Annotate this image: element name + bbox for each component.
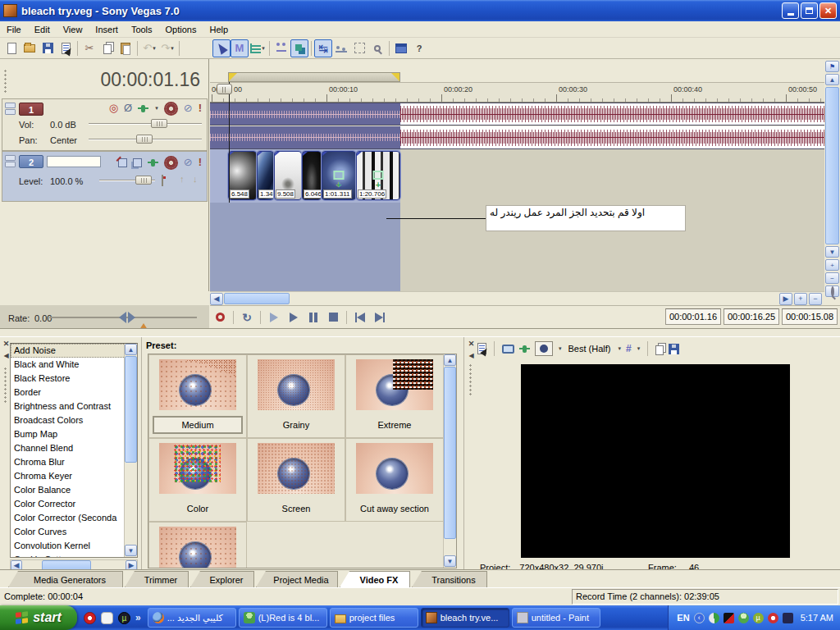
preset-partial[interactable]: [148, 522, 247, 568]
menu-edit[interactable]: Edit: [28, 23, 57, 36]
track-2-name-field[interactable]: [47, 156, 101, 167]
marker-tool-button[interactable]: ⚑: [825, 61, 839, 72]
fx-list-item[interactable]: Color Balance: [11, 483, 137, 497]
zoom-out-time-button[interactable]: −: [809, 293, 822, 305]
fx-splitter[interactable]: [141, 337, 142, 570]
hscroll-thumb[interactable]: [224, 293, 290, 304]
stop-button[interactable]: [323, 308, 343, 326]
fx-scroll-up[interactable]: ▲: [125, 344, 137, 355]
make-parent-icon[interactable]: ↑: [180, 174, 185, 184]
overlays-grid-icon[interactable]: #: [626, 343, 632, 354]
ignore-event-grouping-button[interactable]: [290, 39, 308, 57]
insert-fx-icon[interactable]: [141, 105, 145, 112]
preset-scroll-up[interactable]: ▲: [444, 354, 456, 366]
tray-messenger-icon[interactable]: [768, 613, 778, 623]
tray-kaspersky-icon[interactable]: [724, 613, 734, 623]
track-1-header[interactable]: 1 ◎ Ø ▾ ⊘ ! Vol: 0.0 dB Pan: Center: [2, 98, 208, 151]
rate-value[interactable]: 0.00: [34, 313, 52, 323]
mixer-button[interactable]: [392, 39, 410, 57]
external-monitor-icon[interactable]: [502, 345, 514, 354]
whats-this-help-button[interactable]: ?: [410, 39, 428, 57]
automation-settings-button[interactable]: [332, 39, 350, 57]
track-2-solo-icon[interactable]: !: [199, 156, 202, 169]
envelope-edit-tool-button[interactable]: M: [231, 39, 249, 57]
zoom-out-track-button[interactable]: −: [825, 272, 839, 284]
fx-scroll-thumb[interactable]: [125, 356, 137, 463]
preset-screen[interactable]: Screen: [247, 438, 345, 522]
fx-list-item[interactable]: Broadcast Colors: [11, 413, 137, 427]
taskbar-item-paint[interactable]: untitled - Paint: [512, 608, 600, 628]
track-2-mute-icon[interactable]: ⊘: [184, 156, 193, 169]
selection-end-display[interactable]: 00:00:16.25: [724, 308, 779, 325]
fx-list-item[interactable]: Black Restore: [11, 372, 137, 386]
pan-slider[interactable]: [89, 135, 202, 144]
go-to-end-button[interactable]: [370, 308, 390, 326]
minimize-button[interactable]: [782, 2, 799, 19]
zoom-tool-button[interactable]: [368, 39, 386, 57]
preview-dock-grip[interactable]: [468, 363, 473, 396]
menu-tools[interactable]: Tools: [125, 23, 159, 36]
enable-snapping-button[interactable]: ↹: [314, 39, 332, 57]
play-button[interactable]: [284, 308, 304, 326]
event-fx-icon[interactable]: +: [373, 171, 384, 189]
level-slider[interactable]: [99, 176, 155, 185]
rate-scrub-control[interactable]: [49, 317, 197, 318]
fx-list-item[interactable]: Color Curves: [11, 525, 137, 539]
video-clip-3[interactable]: 9.508: [274, 151, 302, 200]
save-snapshot-icon[interactable]: [669, 344, 679, 354]
split-screen-dropdown-icon[interactable]: ▾: [559, 345, 562, 352]
volume-value[interactable]: 0.0 dB: [50, 120, 76, 130]
hscroll-left-button[interactable]: ◀: [210, 293, 223, 305]
hscroll-right-button[interactable]: ▶: [779, 293, 792, 305]
fx-scroll-down[interactable]: ▼: [125, 545, 137, 556]
taskbar-item-vegas[interactable]: bleach try.ve...: [421, 608, 509, 628]
selection-tool-button[interactable]: [350, 39, 368, 57]
level-value[interactable]: 100.0 %: [50, 176, 83, 186]
zoom-in-time-button[interactable]: +: [794, 293, 807, 305]
quicklaunch-chevron-icon[interactable]: »: [135, 612, 141, 623]
solo-icon[interactable]: !: [199, 102, 202, 115]
record-button[interactable]: [210, 308, 230, 326]
preset-medium[interactable]: Medium: [148, 354, 247, 438]
properties-button[interactable]: [57, 39, 75, 57]
timeline-area[interactable]: 00: 00 00:00:10 00:00:20 00:00:30 00:00:…: [210, 59, 824, 291]
track-1-minimize-buttons[interactable]: [5, 103, 16, 116]
menu-options[interactable]: Options: [159, 23, 203, 36]
tab-explorer[interactable]: Explorer: [190, 571, 254, 587]
preset-scroll-down[interactable]: ▼: [444, 555, 456, 567]
quicklaunch-messenger-icon[interactable]: [101, 612, 113, 624]
video-clip-5[interactable]: + 1:01.311: [322, 151, 356, 200]
auto-ripple-button[interactable]: ▾: [249, 39, 267, 57]
restore-button[interactable]: [801, 2, 818, 19]
mute-icon[interactable]: ⊘: [184, 102, 193, 115]
pan-value[interactable]: Center: [50, 135, 77, 145]
redo-button[interactable]: ↷▾: [158, 39, 176, 57]
fx-list-item[interactable]: Cookie Cutter: [11, 553, 137, 558]
copy-button[interactable]: [98, 39, 116, 57]
new-project-button[interactable]: [2, 39, 21, 57]
dock-divider[interactable]: [0, 328, 840, 336]
tray-media-icon[interactable]: [709, 613, 719, 623]
compositing-mode-icon[interactable]: [162, 176, 163, 185]
video-output-fx-icon[interactable]: [523, 345, 527, 353]
taskbar-item-firefox[interactable]: ... كليبي الجديد: [148, 608, 236, 628]
fx-list-item[interactable]: Add Noise: [11, 344, 137, 358]
quicklaunch-utorrent-icon[interactable]: µ: [118, 612, 130, 624]
preview-dock-close-button[interactable]: ✕: [466, 339, 477, 349]
fx-list-item[interactable]: Black and White: [11, 358, 137, 372]
track-motion-icon[interactable]: [133, 158, 142, 167]
timeline-timecode-display[interactable]: 00:00:01.16: [100, 69, 200, 91]
menu-help[interactable]: Help: [203, 23, 235, 36]
track-2-header[interactable]: 2 ⊘ ! Level: 100.0 % ↑ ↓: [2, 151, 208, 202]
video-clip-4[interactable]: 6.046: [302, 151, 322, 200]
fx-dock-grip[interactable]: [3, 367, 8, 403]
track-2-number-badge[interactable]: 2: [19, 155, 43, 168]
taskbar-item-project-files[interactable]: project files: [330, 608, 418, 628]
track-1-number-badge[interactable]: 1: [19, 103, 43, 116]
preset-extreme[interactable]: Extreme: [345, 354, 444, 438]
fx-list-item[interactable]: Brightness and Contrast: [11, 399, 137, 413]
cursor-time-display[interactable]: 00:00:01.16: [665, 308, 721, 325]
copy-snapshot-icon[interactable]: [655, 345, 664, 355]
fx-list-item[interactable]: Chroma Keyer: [11, 469, 137, 483]
tab-video-fx[interactable]: Video FX: [340, 571, 410, 587]
